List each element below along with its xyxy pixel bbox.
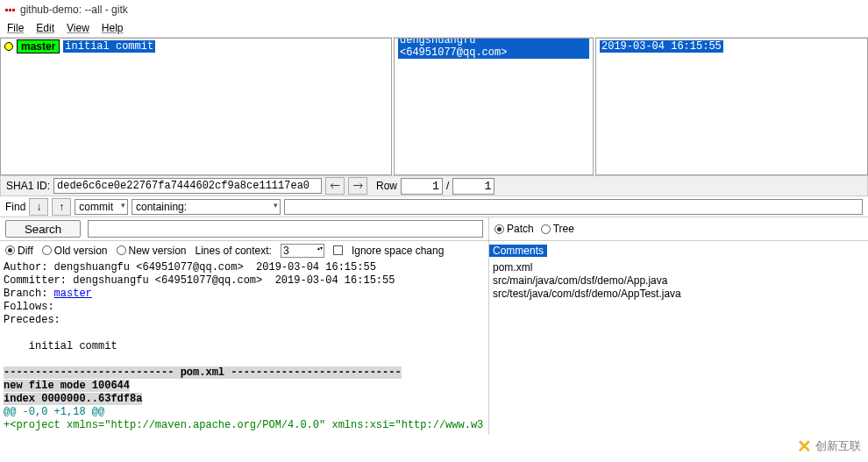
file-item[interactable]: pom.xml xyxy=(493,261,864,274)
watermark-icon: ✕ xyxy=(797,436,812,457)
file-list[interactable]: pom.xml src/main/java/com/dsf/demo/App.j… xyxy=(489,259,868,435)
diff-view[interactable]: Author: dengshuangfu <64951077@qq.com> 2… xyxy=(0,259,489,435)
lines-label: Lines of context: xyxy=(196,245,272,257)
find-label: Find xyxy=(5,201,25,213)
find-scope-select[interactable]: containing: xyxy=(132,199,281,215)
commit-row[interactable]: master initial commit xyxy=(1,39,391,54)
branch-link[interactable]: master xyxy=(54,288,92,300)
menu-help[interactable]: Help xyxy=(102,22,124,34)
find-prev-button[interactable]: ↑ xyxy=(52,198,71,216)
file-item[interactable]: src/test/java/com/dsf/demo/AppTest.java xyxy=(493,288,864,301)
commit-date: 2019-03-04 16:15:55 xyxy=(600,40,723,53)
window-title: github-demo: --all - gitk xyxy=(20,4,128,16)
nav-back-button[interactable]: 🡐 xyxy=(325,177,345,195)
watermark-text: 创新互联 xyxy=(815,438,861,454)
commit-list[interactable]: master initial commit xyxy=(0,38,392,175)
row-sep: / xyxy=(446,180,449,192)
row-label: Row xyxy=(376,180,397,192)
find-mode-select[interactable]: commit xyxy=(75,199,128,215)
nav-forward-button[interactable]: 🡒 xyxy=(348,177,367,195)
branch-tag: master xyxy=(17,39,60,53)
ignore-space-checkbox[interactable] xyxy=(333,245,343,255)
options-bar: Diff Old version New version Lines of co… xyxy=(0,240,868,259)
commit-node-icon xyxy=(4,42,13,51)
find-input[interactable] xyxy=(284,199,863,215)
commit-author: dengshuangfu <64951077@qq.com> xyxy=(398,38,589,59)
date-list[interactable]: 2019-03-04 16:15:55 xyxy=(595,38,868,175)
commit-subject: initial commit xyxy=(63,40,155,53)
menu-file[interactable]: File xyxy=(7,22,24,34)
search-button[interactable]: Search xyxy=(5,220,81,238)
search-bar: Search Patch Tree xyxy=(0,217,868,240)
author-list[interactable]: dengshuangfu <64951077@qq.com> xyxy=(394,38,594,175)
app-icon xyxy=(5,9,15,11)
diff-radio[interactable]: Diff xyxy=(5,245,33,257)
menubar: File Edit View Help xyxy=(0,19,868,37)
search-input[interactable] xyxy=(88,220,483,238)
sha-input[interactable] xyxy=(53,178,322,194)
menu-edit[interactable]: Edit xyxy=(36,22,54,34)
lines-spinner[interactable]: 3 xyxy=(281,244,324,258)
history-panel: master initial commit dengshuangfu <6495… xyxy=(0,37,868,175)
file-item[interactable]: src/main/java/com/dsf/demo/App.java xyxy=(493,274,864,288)
find-bar: Find ↓ ↑ commit containing: xyxy=(0,196,868,217)
ignore-space-label: Ignore space chang xyxy=(352,245,444,257)
sha-bar: SHA1 ID: 🡐 🡒 Row / xyxy=(0,175,868,196)
watermark: ✕ 创新互联 xyxy=(797,436,861,457)
titlebar: github-demo: --all - gitk xyxy=(0,0,868,19)
content-panel: Author: dengshuangfu <64951077@qq.com> 2… xyxy=(0,259,868,435)
tree-radio[interactable]: Tree xyxy=(541,223,574,235)
menu-view[interactable]: View xyxy=(67,22,89,34)
row-current[interactable] xyxy=(401,178,443,195)
sha-label: SHA1 ID: xyxy=(6,180,50,192)
find-next-button[interactable]: ↓ xyxy=(29,198,48,216)
patch-radio[interactable]: Patch xyxy=(494,223,534,235)
old-version-radio[interactable]: Old version xyxy=(42,245,108,257)
new-version-radio[interactable]: New version xyxy=(117,245,187,257)
comments-header[interactable]: Comments xyxy=(489,245,547,257)
row-total xyxy=(452,178,494,195)
